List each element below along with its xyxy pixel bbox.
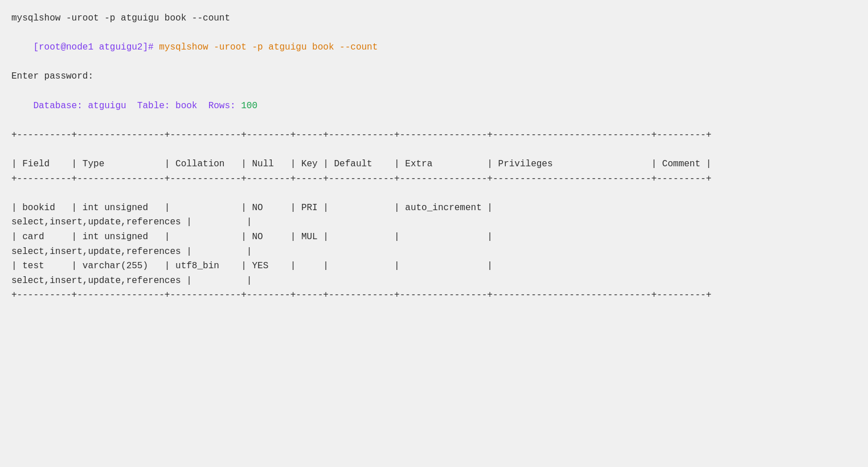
separator-bottom-1: +----------+----------------+-----------… — [11, 288, 857, 303]
db-rows-value: 100 — [241, 101, 257, 111]
row-card-2: select,insert,update,references | | — [11, 245, 857, 260]
password-prompt: Enter password: — [11, 69, 857, 84]
separator-mid-1: +----------+----------------+-----------… — [11, 172, 857, 187]
header-line: | Field | Type | Collation | Null | Key … — [11, 157, 857, 172]
history-line: mysqlshow -uroot -p atguigu book --count — [11, 11, 857, 26]
row-bookid-2: select,insert,update,references | | — [11, 215, 857, 230]
command-text: mysqlshow -uroot -p atguigu book --count — [159, 42, 378, 52]
row-test-2: select,insert,update,references | | — [11, 274, 857, 289]
separator-top-1: +----------+----------------+-----------… — [11, 128, 857, 143]
row-bookid-1: | bookid | int unsigned | | NO | PRI | |… — [11, 201, 857, 216]
prompt-text: [root@node1 atguigu2]# — [33, 42, 159, 52]
db-info-line: Database: atguigu Table: book Rows: 100 — [11, 84, 857, 128]
prompt-line: [root@node1 atguigu2]# mysqlshow -uroot … — [11, 26, 857, 70]
empty-line-2 — [11, 186, 857, 201]
terminal-window: mysqlshow -uroot -p atguigu book --count… — [11, 6, 857, 309]
row-card-1: | card | int unsigned | | NO | MUL | | | — [11, 230, 857, 245]
db-database-label: Database: atguigu Table: book Rows: — [33, 101, 241, 111]
row-test-1: | test | varchar(255) | utf8_bin | YES |… — [11, 259, 857, 274]
empty-line-1 — [11, 142, 857, 157]
